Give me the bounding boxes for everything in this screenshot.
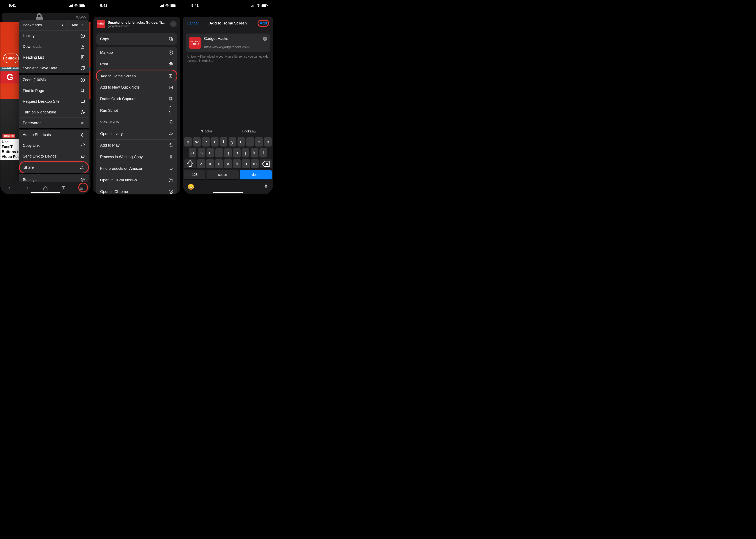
- page-title: Add to Home Screen: [210, 21, 247, 26]
- backspace-key[interactable]: [260, 159, 272, 169]
- svg-point-7: [82, 179, 83, 180]
- key-j[interactable]: j: [242, 148, 250, 158]
- copy-action[interactable]: Copy: [96, 33, 177, 45]
- signal-icon: [69, 4, 73, 7]
- json-icon: {}: [169, 120, 173, 124]
- status-time: 9:41: [9, 4, 16, 8]
- key-g[interactable]: g: [224, 148, 232, 158]
- print-action[interactable]: Print: [96, 58, 177, 70]
- wifi-icon: [257, 4, 260, 7]
- copy-link-item[interactable]: Copy Link: [19, 140, 89, 151]
- shortcuts-item[interactable]: Add to Shortcuts: [19, 129, 89, 140]
- drafts-action[interactable]: Drafts Quick Capture: [96, 93, 177, 105]
- key-v[interactable]: v: [224, 159, 232, 169]
- amazon-action[interactable]: Find products on Amazon: [96, 163, 177, 174]
- add-home-action[interactable]: Add to Home Screen: [96, 70, 178, 82]
- key-s[interactable]: s: [198, 148, 205, 158]
- reading-list-item[interactable]: Reading List: [19, 52, 89, 63]
- emoji-button[interactable]: 😀: [188, 184, 194, 190]
- suggestion-2[interactable]: Hacksaw: [228, 128, 270, 134]
- key-x[interactable]: x: [206, 159, 214, 169]
- key-h[interactable]: h: [233, 148, 241, 158]
- key-i[interactable]: i: [246, 137, 254, 147]
- key-l[interactable]: l: [259, 148, 267, 158]
- ivory-icon: [169, 131, 173, 136]
- key-t[interactable]: t: [220, 137, 227, 147]
- fingerprint-icon: [169, 155, 173, 159]
- tabs-button[interactable]: 1: [61, 186, 66, 191]
- key-a[interactable]: a: [189, 148, 196, 158]
- settings-item[interactable]: Settings: [19, 174, 89, 182]
- nav-header: Cancel Add to Home Screen Add: [183, 17, 273, 30]
- key-d[interactable]: d: [207, 148, 214, 158]
- markup-action[interactable]: Markup: [96, 47, 177, 58]
- run-script-action[interactable]: Run Script{ }: [96, 105, 177, 116]
- name-input[interactable]: Gadget Hacks: [204, 37, 263, 41]
- add-bookmark-button[interactable]: Add ☆: [68, 20, 89, 30]
- svg-rect-15: [170, 98, 172, 100]
- play-action[interactable]: Add to Play: [96, 140, 177, 151]
- shortcut-form: GADGETHACKS Gadget Hacks ✕ https://www.g…: [186, 34, 270, 52]
- home-indicator: [213, 192, 243, 193]
- shift-key[interactable]: [184, 159, 196, 169]
- key-k[interactable]: k: [251, 148, 258, 158]
- done-key[interactable]: done: [240, 170, 272, 180]
- desktop-site-item[interactable]: Request Desktop Site: [19, 96, 89, 107]
- duckduckgo-icon: [169, 178, 173, 183]
- key-z[interactable]: z: [197, 159, 205, 169]
- share-item[interactable]: Share: [19, 161, 89, 174]
- key-m[interactable]: m: [251, 159, 259, 169]
- working-copy-action[interactable]: Process in Working Copy: [96, 151, 177, 163]
- svg-rect-16: [169, 98, 172, 100]
- back-button[interactable]: [7, 186, 12, 191]
- app-menu: Bookmarks ★ Add ☆ History Downloads Read…: [19, 20, 89, 182]
- add-button[interactable]: Add: [258, 20, 269, 27]
- night-mode-item[interactable]: Turn on Night Mode: [19, 107, 89, 118]
- key-b[interactable]: b: [233, 159, 241, 169]
- bookmarks-row: Bookmarks ★ Add ☆: [19, 20, 89, 31]
- status-bar: 9:41: [92, 0, 182, 11]
- key-q[interactable]: q: [184, 137, 192, 147]
- key-w[interactable]: w: [193, 137, 201, 147]
- key-y[interactable]: y: [229, 137, 236, 147]
- key-e[interactable]: e: [202, 137, 210, 147]
- ivory-action[interactable]: Open in Ivory: [96, 128, 177, 140]
- key-r[interactable]: r: [211, 137, 218, 147]
- copy-icon: [169, 37, 173, 41]
- send-link-item[interactable]: Send Link to Device: [19, 151, 89, 162]
- svg-rect-10: [170, 38, 173, 41]
- bookmarks-button[interactable]: Bookmarks ★: [19, 20, 68, 30]
- zoom-item[interactable]: Zoom (100%): [19, 75, 89, 85]
- suggestion-1[interactable]: "Hacks": [186, 128, 228, 134]
- downloads-item[interactable]: Downloads: [19, 41, 89, 52]
- share-sheet: GADGETHACKS Smartphone Lifehacks, Guides…: [93, 17, 180, 194]
- key-p[interactable]: p: [264, 137, 272, 147]
- chrome-action[interactable]: Open in Chrome: [96, 186, 177, 194]
- key-n[interactable]: n: [242, 159, 250, 169]
- status-icons: [160, 4, 176, 7]
- wifi-icon: [74, 4, 78, 7]
- passwords-item[interactable]: Passwords: [19, 118, 89, 128]
- sync-icon: [80, 66, 85, 70]
- forward-button[interactable]: [25, 186, 30, 191]
- space-key[interactable]: space: [207, 170, 238, 180]
- clear-button[interactable]: ✕: [263, 37, 267, 41]
- key-c[interactable]: c: [215, 159, 223, 169]
- cancel-button[interactable]: Cancel: [187, 21, 199, 26]
- mic-button[interactable]: [264, 183, 268, 191]
- key-u[interactable]: u: [237, 137, 245, 147]
- view-json-action[interactable]: View JSON{}: [96, 116, 177, 128]
- home-button[interactable]: [42, 186, 48, 191]
- sync-item[interactable]: Sync and Save Data: [19, 63, 89, 73]
- history-item[interactable]: History: [19, 31, 89, 41]
- find-item[interactable]: Find in Page: [19, 85, 89, 96]
- key-o[interactable]: o: [255, 137, 263, 147]
- key-icon: [80, 120, 85, 125]
- close-button[interactable]: ✕: [170, 21, 177, 27]
- share-title: Smartphone Lifehacks, Guides, Ti…: [108, 21, 168, 25]
- battery-icon: [262, 4, 267, 7]
- duckduckgo-action[interactable]: Open in DuckDuckGo: [96, 174, 177, 186]
- quick-note-action[interactable]: Add to New Quick Note: [96, 82, 177, 93]
- key-f[interactable]: f: [215, 148, 223, 158]
- 123-key[interactable]: 123: [184, 170, 205, 180]
